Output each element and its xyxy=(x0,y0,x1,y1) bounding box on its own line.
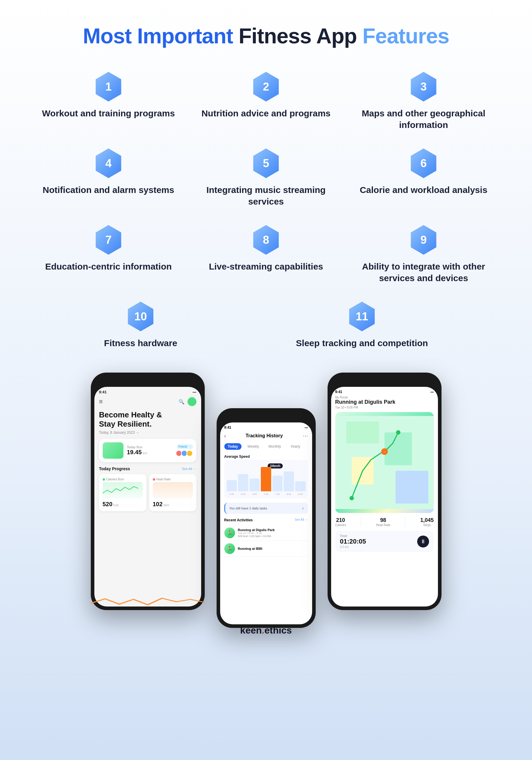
feature-label-10: Fitness hardware xyxy=(104,337,177,349)
feature-label-6: Calorie and workload analysis xyxy=(360,184,487,196)
phone1-calories-chart xyxy=(103,482,143,499)
feature-label-7: Education-centric information xyxy=(45,261,172,272)
feature-label-9: Ability to integrate with other services… xyxy=(351,261,496,284)
phone2-see-all[interactable]: See All → xyxy=(295,518,308,522)
feature-label-8: Live-streaming capabilities xyxy=(209,261,323,272)
phone1-run-value: 19.45 xyxy=(127,449,142,456)
phone3-timer-value: 01:20:05 xyxy=(340,538,366,546)
feature-item-9: 9 Ability to integrate with other servic… xyxy=(351,225,496,284)
phones-section: 9:41 ▪▪▪ ≡ 🔍 Become Healty &Stay Resilie… xyxy=(36,373,496,610)
phone1-map-thumbnail xyxy=(103,442,123,459)
phone1-see-all[interactable]: See All → xyxy=(182,467,196,471)
phone2-dynamic-island xyxy=(250,415,283,422)
phone2-recent-title: Recent Activities xyxy=(224,518,253,522)
svg-point-7 xyxy=(396,430,400,435)
feature-item-2: 2 Nutrition advice and programs xyxy=(193,72,339,131)
features-grid: 1 Workout and training programs 2 Nutrit… xyxy=(36,72,496,284)
friend-avatar-3 xyxy=(186,450,193,456)
phone2-activity-1: 🏃 Running at Digulis Park Tue 10 • 8:05 … xyxy=(224,525,308,541)
phone3-pause-button[interactable]: ⏸ xyxy=(417,536,429,547)
phone2-tabs: Today Weekly Monthly Yearly xyxy=(224,443,308,450)
phone1-heart-label: Heart Rate xyxy=(156,478,171,481)
feature-label-3: Maps and other geographical information xyxy=(351,108,496,131)
phone1-run-unit: km xyxy=(143,451,148,455)
phone1-calories-card: Calories Burn 520 kcal xyxy=(99,474,146,511)
feature-badge-1: 1 xyxy=(94,72,123,102)
feature-label-2: Nutrition advice and programs xyxy=(201,108,331,119)
phone3-screen: 9:41 ▪▪▪ My Route Running at Digulis Par… xyxy=(331,387,438,606)
phone3-map: → xyxy=(335,412,434,513)
phone3-heart-stat: 98 Heart Rate xyxy=(376,517,390,527)
phone2-task-arrow[interactable]: › xyxy=(302,505,303,511)
phone2-tab-weekly[interactable]: Weekly xyxy=(244,443,263,450)
phone3-stats-row: 210 Calories 98 Heart Rate 1,045 Steps xyxy=(335,517,434,527)
phone3-time: 9:41 xyxy=(335,390,342,394)
phone1-heart-chart xyxy=(153,482,193,499)
phone1-date: Today, 8 January 2023 → xyxy=(99,430,197,435)
phone2-task-text: You still have 2 daily tasks xyxy=(229,506,267,510)
feature-badge-9: 9 xyxy=(409,225,439,255)
phone1-stats-row: Calories Burn 520 kcal xyxy=(99,474,197,511)
feature-item-11: 11 Sleep tracking and competition xyxy=(296,302,428,349)
features-row4: 10 Fitness hardware 11 Sleep tracking an… xyxy=(36,302,496,349)
svg-rect-1 xyxy=(346,422,379,444)
svg-rect-5 xyxy=(363,493,390,509)
phone3-timer-row: Timer 01:20:05 3.5 km ⏸ xyxy=(335,531,434,552)
phone2-chart: 24km/h 6:00 6:30 6:40 7:00 7:30 8:00 9:0… xyxy=(224,460,308,499)
phone1-dynamic-island xyxy=(131,379,164,387)
feature-item-4: 4 Notification and alarm systems xyxy=(36,148,181,207)
phone1-friend-tag: Friend xyxy=(177,445,193,449)
phone1-calories-label: Calories Burn xyxy=(106,478,124,481)
phone1-calories-unit: kcal xyxy=(113,503,119,507)
feature-badge-6: 6 xyxy=(409,148,439,178)
feature-label-11: Sleep tracking and competition xyxy=(296,337,428,349)
feature-item-8: 8 Live-streaming capabilities xyxy=(193,225,339,284)
feature-item-3: 3 Maps and other geographical informatio… xyxy=(351,72,496,131)
phone1-search-icon[interactable]: 🔍 xyxy=(179,399,185,404)
feature-item-10: 10 Fitness hardware xyxy=(104,302,177,349)
feature-badge-4: 4 xyxy=(94,148,123,178)
phone2-tab-yearly[interactable]: Yearly xyxy=(287,443,304,450)
feature-badge-3: 3 xyxy=(409,72,439,102)
page-wrapper: Most Important Fitness App Features 1 Wo… xyxy=(0,0,532,654)
svg-rect-4 xyxy=(395,471,428,504)
phone2-tab-monthly[interactable]: Monthly xyxy=(265,443,285,450)
phone2: 9:41 ▪▪▪ ‹ Tracking History ⋯ Today Week… xyxy=(217,390,316,610)
feature-label-5: Integrating music streaming services xyxy=(193,184,339,207)
phone1-heartrate-card: Heart Rate 102 bpm xyxy=(149,474,197,511)
phone2-title: Tracking History xyxy=(246,433,283,439)
svg-point-6 xyxy=(349,496,354,500)
feature-badge-8: 8 xyxy=(251,225,281,255)
phone3-steps-stat: 1,045 Steps xyxy=(420,517,433,527)
phone2-activity-2: 🏃 Running at IBBI xyxy=(224,541,308,557)
phone1-time: 9:41 xyxy=(99,390,107,394)
phone1-heart-value: 102 xyxy=(153,501,162,508)
phone1: 9:41 ▪▪▪ ≡ 🔍 Become Healty &Stay Resilie… xyxy=(91,373,205,610)
phone3-timer-label: Timer xyxy=(340,534,366,538)
feature-badge-5: 5 xyxy=(251,148,281,178)
phone3-calories-stat: 210 Calories xyxy=(335,517,346,527)
phone2-task-banner[interactable]: You still have 2 daily tasks › xyxy=(224,502,308,514)
phone3-dynamic-island xyxy=(368,379,401,387)
phone3-timer-dist: 3.5 km xyxy=(340,546,366,548)
phone1-menu-icon[interactable]: ≡ xyxy=(99,398,103,405)
phone2-time: 9:41 xyxy=(224,425,232,430)
feature-item-7: 7 Education-centric information xyxy=(36,225,181,284)
phone2-tab-today[interactable]: Today xyxy=(224,443,242,450)
phone2-speed-label: Average Speed xyxy=(224,454,308,459)
phone1-avatar[interactable] xyxy=(188,397,197,406)
feature-badge-11: 11 xyxy=(347,302,377,331)
phone2-back-button[interactable]: ‹ xyxy=(224,433,226,439)
phone1-progress-title: Today Progress xyxy=(99,466,130,471)
feature-badge-7: 7 xyxy=(94,225,123,255)
feature-label-1: Workout and training programs xyxy=(42,108,175,119)
phone3: 9:41 ▪▪▪ My Route Running at Digulis Par… xyxy=(328,373,441,610)
phone2-screen: 9:41 ▪▪▪ ‹ Tracking History ⋯ Today Week… xyxy=(220,422,312,624)
phone1-run-label: Today Run xyxy=(127,445,177,449)
feature-badge-2: 2 xyxy=(251,72,281,102)
phone3-route-label: My Route xyxy=(335,396,434,399)
title-section: Most Important Fitness App Features xyxy=(36,24,496,48)
svg-rect-2 xyxy=(384,433,412,465)
phone2-more-icon[interactable]: ⋯ xyxy=(303,433,308,439)
phone3-route-title: Running at Digulis Park xyxy=(335,399,434,405)
